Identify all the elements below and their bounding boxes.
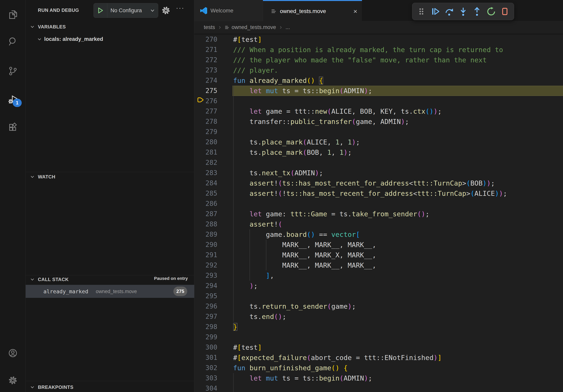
code-line-271[interactable]: 271/// When a position is already marked…: [194, 45, 563, 55]
code-line-283[interactable]: 283 ts.next_tx(ADMIN);: [194, 168, 563, 178]
code-line-298[interactable]: 298}: [194, 322, 563, 332]
line-number[interactable]: 300: [194, 342, 218, 353]
source-control-icon[interactable]: [8, 66, 18, 76]
line-number[interactable]: 295: [194, 291, 218, 301]
line-number[interactable]: 291: [194, 250, 218, 260]
line-number[interactable]: 284: [194, 178, 218, 188]
line-number[interactable]: 278: [194, 117, 218, 127]
debug-step-into-icon[interactable]: [458, 6, 468, 17]
variables-chevron-icon[interactable]: [30, 25, 35, 29]
code-line-288[interactable]: 288 assert!(: [194, 219, 563, 229]
line-number[interactable]: 301: [194, 353, 218, 363]
toolbar-drag-handle[interactable]: [416, 6, 426, 17]
code-line-275[interactable]: 275 let mut ts = ts::begin(ADMIN);: [194, 86, 563, 96]
breadcrumb-file[interactable]: owned_tests.move: [231, 24, 276, 30]
code-line-304[interactable]: 304: [194, 383, 563, 392]
variables-section-header[interactable]: VARIABLES: [38, 24, 66, 30]
code-line-301[interactable]: 301#[expected_failure(abort_code = ttt::…: [194, 353, 563, 363]
settings-gear-icon[interactable]: [8, 375, 18, 385]
watch-section-header[interactable]: WATCH: [38, 174, 55, 180]
line-number[interactable]: 289: [194, 229, 218, 240]
line-number[interactable]: 293: [194, 270, 218, 281]
breakpoints-chevron-icon[interactable]: [30, 385, 35, 390]
breakpoints-section-header[interactable]: BREAKPOINTS: [38, 384, 73, 390]
code-line-300[interactable]: 300#[test]: [194, 342, 563, 353]
start-debug-dropdown[interactable]: No Configura: [93, 3, 158, 18]
code-line-272[interactable]: 272/// the player who made the "false" m…: [194, 55, 563, 65]
debug-settings-gear-icon[interactable]: [161, 6, 171, 15]
code-line-303[interactable]: 303 let mut ts = ts::begin(ADMIN);: [194, 373, 563, 383]
tab-welcome[interactable]: Welcome: [194, 0, 263, 21]
line-number[interactable]: 272: [194, 55, 218, 65]
tab-owned-tests[interactable]: owned_tests.move ×: [263, 0, 362, 21]
line-number[interactable]: 271: [194, 45, 218, 55]
call-stack-chevron-icon[interactable]: [30, 277, 35, 282]
start-debug-icon[interactable]: [98, 7, 103, 14]
line-number[interactable]: 283: [194, 168, 218, 178]
line-number[interactable]: 285: [194, 188, 218, 198]
account-icon[interactable]: [8, 348, 18, 358]
line-number[interactable]: 292: [194, 260, 218, 270]
line-number[interactable]: 276: [194, 96, 218, 106]
debug-continue-icon[interactable]: [430, 6, 440, 17]
chevron-down-icon[interactable]: [150, 8, 155, 13]
code-line-297[interactable]: 297 ts.end();: [194, 312, 563, 322]
code-line-293[interactable]: 293 ],: [194, 270, 563, 281]
code-line-273[interactable]: 273/// player.: [194, 65, 563, 75]
code-line-287[interactable]: 287 let game: ttt::Game = ts.take_from_s…: [194, 209, 563, 219]
line-number[interactable]: 281: [194, 147, 218, 157]
line-number[interactable]: 288: [194, 219, 218, 229]
code-line-292[interactable]: 292 MARK__, MARK__, MARK__,: [194, 260, 563, 270]
code-line-282[interactable]: 282: [194, 157, 563, 168]
code-line-280[interactable]: 280 ts.place_mark(ALICE, 1, 1);: [194, 137, 563, 147]
breadcrumb-folder[interactable]: tests: [204, 24, 215, 30]
code-line-294[interactable]: 294 );: [194, 281, 563, 291]
code-line-285[interactable]: 285 assert!(!ts::has_most_recent_for_add…: [194, 188, 563, 198]
line-number[interactable]: 298: [194, 322, 218, 332]
tab-close-icon[interactable]: ×: [353, 8, 357, 15]
debug-config-label[interactable]: No Configura: [111, 8, 149, 14]
debug-stop-icon[interactable]: [500, 6, 510, 17]
explorer-icon[interactable]: [8, 9, 18, 19]
line-number[interactable]: 277: [194, 106, 218, 117]
code-line-296[interactable]: 296 ts.return_to_sender(game);: [194, 301, 563, 312]
code-line-284[interactable]: 284 assert!(ts::has_most_recent_for_addr…: [194, 178, 563, 188]
locals-chevron-icon[interactable]: [37, 37, 42, 42]
debug-restart-icon[interactable]: [486, 6, 496, 17]
line-number[interactable]: 286: [194, 198, 218, 209]
code-line-279[interactable]: 279: [194, 127, 563, 137]
line-number[interactable]: 302: [194, 363, 218, 373]
call-stack-section-header[interactable]: CALL STACK: [38, 277, 69, 282]
locals-tree-item[interactable]: locals: already_marked: [44, 36, 103, 42]
line-number[interactable]: 282: [194, 157, 218, 168]
search-icon[interactable]: [8, 36, 18, 47]
code-line-276[interactable]: 276: [194, 96, 563, 106]
line-number[interactable]: 304: [194, 383, 218, 392]
code-lines[interactable]: 270#[test]271/// When a position is alre…: [194, 34, 563, 392]
line-number[interactable]: 279: [194, 127, 218, 137]
tab-welcome-label[interactable]: Welcome: [210, 8, 233, 14]
line-number[interactable]: 275: [194, 86, 218, 96]
more-actions-icon[interactable]: ···: [176, 4, 184, 12]
line-number[interactable]: 274: [194, 75, 218, 86]
call-stack-frame-row[interactable]: already_marked owned_tests.move 275: [26, 285, 194, 298]
code-line-289[interactable]: 289 game.board() == vector[: [194, 229, 563, 240]
line-number[interactable]: 290: [194, 240, 218, 250]
line-number[interactable]: 270: [194, 34, 218, 45]
code-line-274[interactable]: 274fun already_marked() {: [194, 75, 563, 86]
code-line-302[interactable]: 302fun burn_unfinished_game() {: [194, 363, 563, 373]
tab-owned-tests-label[interactable]: owned_tests.move: [280, 8, 326, 14]
code-line-291[interactable]: 291 MARK__, MARK_X, MARK__,: [194, 250, 563, 260]
line-number[interactable]: 296: [194, 301, 218, 312]
code-line-286[interactable]: 286: [194, 198, 563, 209]
line-number[interactable]: 294: [194, 281, 218, 291]
code-line-295[interactable]: 295: [194, 291, 563, 301]
breadcrumb-symbol[interactable]: ...: [285, 24, 290, 30]
line-number[interactable]: 303: [194, 373, 218, 383]
code-line-278[interactable]: 278 transfer::public_transfer(game, ADMI…: [194, 117, 563, 127]
line-number[interactable]: 273: [194, 65, 218, 75]
debug-step-over-icon[interactable]: [444, 6, 454, 17]
line-number[interactable]: 280: [194, 137, 218, 147]
code-line-277[interactable]: 277 let game = ttt::new(ALICE, BOB, KEY,…: [194, 106, 563, 117]
debug-step-out-icon[interactable]: [472, 6, 482, 17]
